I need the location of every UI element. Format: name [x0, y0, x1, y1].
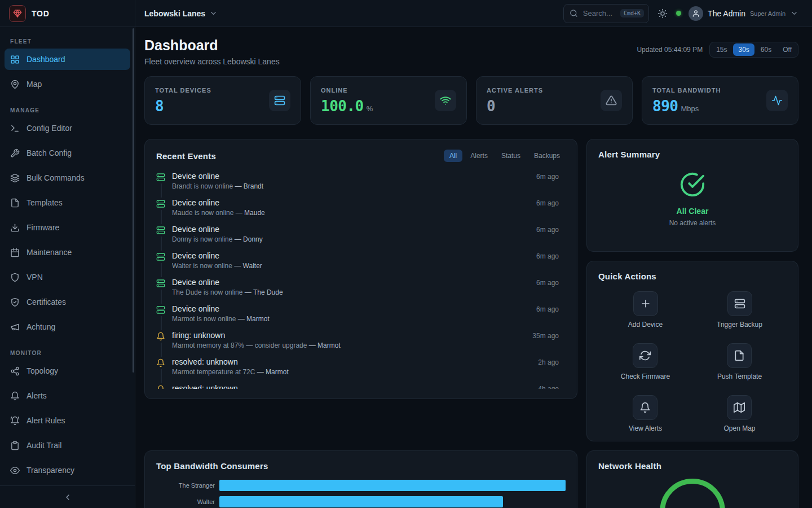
event-detail: Maude is now online — Maude [172, 209, 559, 217]
app-name: TOD [32, 9, 50, 18]
sidebar-item-bulk-commands[interactable]: Bulk Commands [5, 167, 130, 189]
quick-action-push-template[interactable]: Push Template [717, 343, 762, 380]
sidebar-item-map[interactable]: Map [5, 73, 130, 95]
page-header: Dashboard Fleet overview across Lebowski… [144, 37, 798, 66]
bandwidth-chart: The Stranger Walter [156, 480, 566, 507]
terminal-icon [10, 124, 20, 133]
event-title: Device online [172, 278, 219, 287]
events-tab-status[interactable]: Status [496, 150, 526, 162]
sidebar-item-label: Firmware [27, 223, 59, 232]
bell-icon [10, 391, 20, 401]
sun-icon [657, 8, 668, 19]
alert-summary-panel: Alert Summary All Clear No active alerts [586, 139, 798, 252]
event-title: firing: unknown [172, 331, 225, 340]
search-input[interactable] [582, 8, 616, 18]
event-device: — Marmot [238, 315, 270, 323]
sidebar-item-label: Topology [27, 366, 58, 375]
wifi-icon [435, 90, 456, 111]
events-list[interactable]: Device online 6m ago Brandt is now onlin… [156, 168, 566, 389]
stat-label: ACTIVE ALERTS [487, 87, 543, 94]
sidebar-item-achtung[interactable]: Achtung [5, 316, 130, 338]
sidebar-section-label: MONITOR [5, 341, 130, 360]
sidebar-item-vpn[interactable]: VPN [5, 266, 130, 288]
sidebar-item-maintenance[interactable]: Maintenance [5, 242, 130, 263]
alert-summary-detail: No active alerts [598, 219, 787, 227]
sidebar-item-label: Certificates [27, 297, 66, 306]
quick-action-label: Check Firmware [621, 373, 670, 380]
server-icon [156, 252, 165, 261]
interval-button-60s[interactable]: 60s [756, 43, 776, 56]
event-row: Device online 6m ago Donny is now online… [156, 221, 559, 247]
event-time: 6m ago [536, 252, 559, 260]
alert-summary-status: All Clear [598, 207, 787, 216]
theme-toggle-button[interactable] [656, 7, 669, 20]
events-tab-backups[interactable]: Backups [528, 150, 566, 162]
sidebar-item-batch-config[interactable]: Batch Config [5, 142, 130, 164]
layers-icon [10, 173, 20, 183]
sidebar-item-alerts[interactable]: Alerts [5, 385, 130, 406]
sidebar-item-templates[interactable]: Templates [5, 192, 130, 213]
user-menu[interactable]: The Admin Super Admin [689, 6, 798, 21]
bar-fill [219, 496, 503, 507]
interval-button-off[interactable]: Off [778, 43, 797, 56]
event-time: 35m ago [532, 332, 559, 340]
network-health-gauge [660, 479, 725, 508]
topbar-right: Cmd+K The Admin Super Admin [563, 4, 798, 23]
quick-action-view-alerts[interactable]: View Alerts [629, 395, 662, 432]
sidebar-item-config-editor[interactable]: Config Editor [5, 117, 130, 139]
sidebar-item-audit-trail[interactable]: Audit Trail [5, 435, 130, 456]
interval-button-15s[interactable]: 15s [711, 43, 732, 56]
stats-row: TOTAL DEVICES 8 ONLINE [144, 76, 798, 125]
event-row: Device online 6m ago Maude is now online… [156, 194, 559, 221]
event-time: 2h ago [538, 358, 559, 366]
chevron-left-icon [63, 493, 72, 502]
search-box[interactable]: Cmd+K [563, 4, 649, 23]
alert-summary-title: Alert Summary [598, 150, 787, 159]
bandwidth-title: Top Bandwidth Consumers [156, 461, 566, 471]
file-icon [727, 343, 752, 368]
interval-button-30s[interactable]: 30s [733, 43, 754, 56]
download-icon [10, 223, 20, 233]
sidebar-item-transparency[interactable]: Transparency [5, 459, 130, 481]
sidebar-item-alert-rules[interactable]: Alert Rules [5, 410, 130, 431]
check-circle-icon [679, 172, 705, 198]
sidebar-item-certificates[interactable]: Certificates [5, 291, 130, 313]
stat-unit: Mbps [681, 104, 699, 113]
share-icon [10, 366, 20, 376]
sidebar-item-label: Alert Rules [27, 416, 65, 425]
connection-status-dot [676, 11, 681, 16]
sidebar-scrollbar[interactable] [133, 28, 134, 373]
event-row: Device online 6m ago Marmot is now onlin… [156, 300, 559, 327]
sidebar-item-label: Batch Config [27, 148, 72, 157]
stat-unit: % [367, 104, 373, 113]
sidebar-collapse-button[interactable] [0, 485, 135, 508]
sidebar-section: MANAGE Config Editor Batch Config [5, 98, 130, 338]
events-tab-all[interactable]: All [444, 150, 462, 162]
activity-icon [766, 90, 788, 111]
org-switcher[interactable]: Lebowski Lanes [144, 9, 218, 18]
stat-card-active-alerts: ACTIVE ALERTS 0 [476, 76, 633, 125]
quick-action-trigger-backup[interactable]: Trigger Backup [717, 291, 762, 329]
sidebar-item-dashboard[interactable]: Dashboard [5, 49, 130, 70]
quick-actions-title: Quick Actions [598, 271, 787, 281]
sidebar-item-firmware[interactable]: Firmware [5, 217, 130, 238]
event-title: Device online [172, 225, 219, 234]
quick-action-add-device[interactable]: Add Device [628, 291, 663, 329]
quick-action-open-map[interactable]: Open Map [723, 395, 755, 432]
event-time: 4h ago [538, 385, 559, 389]
app-root: TOD FLEET Dashboard Map [0, 0, 812, 508]
events-tabs: All Alerts Status Backups [444, 150, 566, 162]
map-pin-icon [10, 80, 20, 89]
stat-value: 0 [487, 98, 495, 115]
chevron-down-icon [790, 9, 798, 17]
bar-track [219, 496, 566, 507]
stat-value: 8 [155, 98, 164, 115]
event-device: — The Dude [245, 288, 283, 296]
event-row: Device online 6m ago Walter is now onlin… [156, 247, 559, 274]
sidebar-item-topology[interactable]: Topology [5, 360, 130, 382]
dashboard-grid: Recent Events All Alerts Status Backups [144, 139, 798, 508]
clipboard-icon [10, 441, 20, 450]
quick-action-check-firmware[interactable]: Check Firmware [621, 343, 670, 380]
event-detail: The Dude is now online — The Dude [172, 288, 559, 296]
events-tab-alerts[interactable]: Alerts [465, 150, 493, 162]
